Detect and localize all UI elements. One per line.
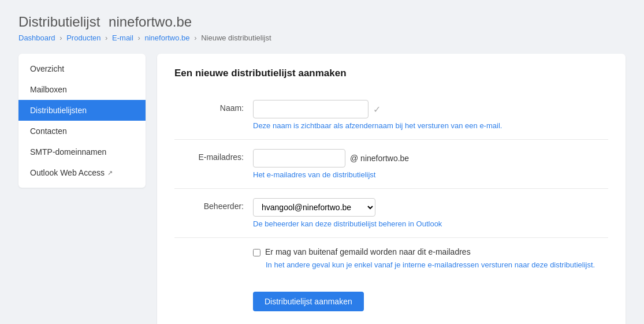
- email-domain: @ ninefortwo.be: [350, 154, 409, 163]
- beheerder-label: Beheerder:: [174, 198, 244, 211]
- email-input[interactable]: [253, 149, 345, 167]
- naam-hint: Deze naam is zichtbaar als afzendernaam …: [253, 121, 608, 130]
- buiten-checkbox[interactable]: [253, 249, 260, 256]
- sidebar-item-outlook[interactable]: Outlook Web Access ↗: [18, 162, 146, 183]
- email-label: E-mailadres:: [174, 149, 244, 162]
- sidebar-item-smtp[interactable]: SMTP-domeinnamen: [18, 141, 146, 162]
- naam-field: ✓ Deze naam is zichtbaar als afzendernaa…: [253, 100, 608, 130]
- breadcrumb: Dashboard › Producten › E-mail › ninefor…: [18, 33, 626, 42]
- email-field: @ ninefortwo.be Het e-mailadres van de d…: [253, 149, 608, 179]
- external-link-icon: ↗: [107, 169, 113, 177]
- beheerder-field: hvangool@ninefortwo.be De beheerder kan …: [253, 198, 608, 228]
- sidebar: Overzicht Mailboxen Distributielijsten C…: [18, 54, 146, 188]
- email-row: E-mailadres: @ ninefortwo.be Het e-maila…: [174, 140, 608, 189]
- check-icon: ✓: [373, 104, 381, 115]
- checkbox-subtext: In het andere geval kun je enkel vanaf j…: [253, 259, 608, 271]
- checkbox-text: Er mag van buitenaf gemaild worden naar …: [265, 247, 471, 256]
- email-hint: Het e-mailadres van de distributielijst: [253, 170, 608, 179]
- breadcrumb-producten[interactable]: Producten: [66, 33, 100, 42]
- checkbox-field: Er mag van buitenaf gemaild worden naar …: [253, 247, 608, 271]
- main-content: Een nieuwe distributielijst aanmaken Naa…: [157, 54, 626, 324]
- sidebar-item-mailboxen[interactable]: Mailboxen: [18, 79, 146, 100]
- form-section-title: Een nieuwe distributielijst aanmaken: [174, 68, 608, 79]
- breadcrumb-dashboard[interactable]: Dashboard: [18, 33, 55, 42]
- checkbox-row: Er mag van buitenaf gemaild worden naar …: [174, 238, 608, 280]
- page-title: Distributielijst ninefortwo.be: [18, 14, 626, 30]
- sidebar-item-distributielijsten[interactable]: Distributielijsten: [18, 100, 146, 121]
- page-title-domain: ninefortwo.be: [109, 14, 192, 29]
- page-title-main: Distributielijst: [18, 14, 100, 29]
- naam-label: Naam:: [174, 100, 244, 113]
- breadcrumb-email[interactable]: E-mail: [112, 33, 133, 42]
- beheerder-hint: De beheerder kan deze distributielijst b…: [253, 219, 608, 228]
- naam-row: Naam: ✓ Deze naam is zichtbaar als afzen…: [174, 91, 608, 140]
- breadcrumb-domain[interactable]: ninefortwo.be: [145, 33, 190, 42]
- sidebar-item-contacten[interactable]: Contacten: [18, 121, 146, 141]
- sidebar-item-overzicht[interactable]: Overzicht: [18, 58, 146, 79]
- breadcrumb-current: Nieuwe distributielijst: [201, 33, 271, 42]
- naam-input[interactable]: [253, 100, 368, 118]
- submit-button[interactable]: Distributielijst aanmaken: [253, 292, 364, 311]
- beheerder-select[interactable]: hvangool@ninefortwo.be: [253, 198, 375, 217]
- beheerder-row: Beheerder: hvangool@ninefortwo.be De beh…: [174, 189, 608, 238]
- button-row: Distributielijst aanmaken: [174, 280, 608, 316]
